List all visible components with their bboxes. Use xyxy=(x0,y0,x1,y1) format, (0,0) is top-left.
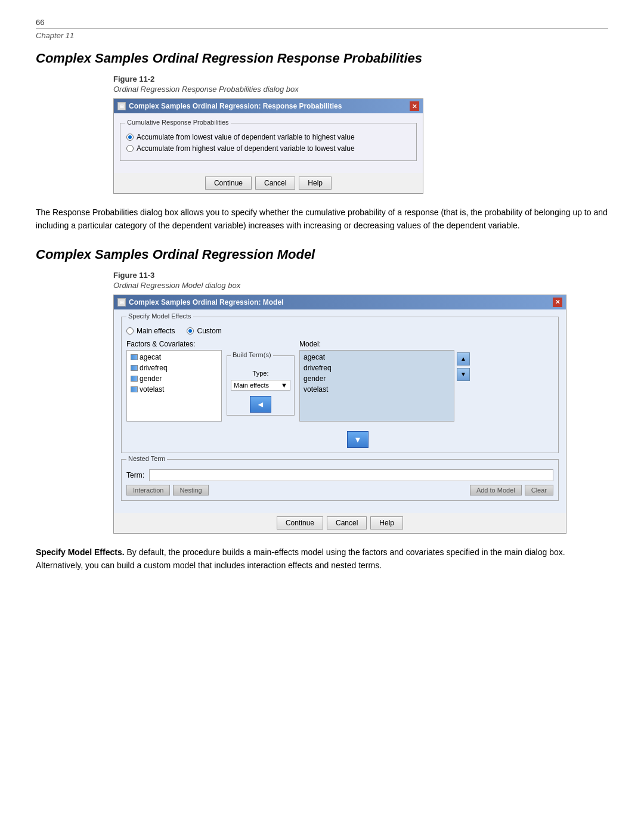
radio-main-row[interactable]: Main effects xyxy=(126,327,175,335)
dialog1-body: Cumulative Response Probabilities Accumu… xyxy=(114,113,423,173)
term-row: Term: xyxy=(126,469,553,481)
type-dropdown[interactable]: Main effects ▼ xyxy=(231,380,290,391)
nested-btns-row: Interaction Nesting Add to Model Clear xyxy=(126,485,553,496)
radio-main-btn[interactable] xyxy=(126,327,134,335)
section1-title: Complex Samples Ordinal Regression Respo… xyxy=(36,51,608,66)
list-item-gender: gender xyxy=(128,373,220,384)
factors-label: Factors & Covariates: xyxy=(126,340,222,348)
factors-move-down-btn[interactable]: ▼ xyxy=(347,431,369,448)
model-col: Model: agecat drivefreq gender xyxy=(299,340,470,422)
main-effects-row: Main effects Custom xyxy=(126,327,553,335)
dialog1-radio1-btn[interactable] xyxy=(126,134,134,141)
model-label: Model: xyxy=(299,340,470,348)
radio-custom-row[interactable]: Custom xyxy=(187,327,221,335)
list-icon-votelast xyxy=(131,386,138,392)
type-label: Type: xyxy=(253,370,269,377)
model-text-gender: gender xyxy=(304,374,326,383)
dialog2-title-icon: ⊞ xyxy=(117,298,126,306)
nested-btns-left: Interaction Nesting xyxy=(126,485,209,496)
dialog2-titlebar: ⊞ Complex Samples Ordinal Regression: Mo… xyxy=(114,295,566,309)
dialog1: ⊞ Complex Samples Ordinal Regression: Re… xyxy=(113,98,423,194)
add-to-model-btn[interactable]: Add to Model xyxy=(470,485,522,496)
model-text-votelast: votelast xyxy=(304,385,328,394)
build-terms-label: Build Term(s) xyxy=(231,351,273,358)
arrow-btns-col: ▲ ▼ xyxy=(457,352,470,381)
move-down-btn[interactable]: ▼ xyxy=(457,368,470,381)
model-item-agecat: agecat xyxy=(301,352,453,363)
list-icon-drivefreq xyxy=(131,365,138,371)
dialog2-cancel-btn[interactable]: Cancel xyxy=(327,516,367,529)
dialog2: ⊞ Complex Samples Ordinal Regression: Mo… xyxy=(113,295,566,534)
term-input[interactable] xyxy=(149,469,553,481)
columns-area: Factors & Covariates: agecat drivefreq xyxy=(126,340,553,422)
dialog1-radio1-row[interactable]: Accumulate from lowest value of dependen… xyxy=(126,133,410,141)
page-number: 66 xyxy=(36,18,608,27)
list-item-agecat: agecat xyxy=(128,352,220,363)
model-text-agecat: agecat xyxy=(304,353,325,361)
chapter-label: Chapter 11 xyxy=(36,31,608,40)
nesting-btn[interactable]: Nesting xyxy=(173,485,208,496)
nested-btns-right: Add to Model Clear xyxy=(470,485,553,496)
interaction-btn[interactable]: Interaction xyxy=(126,485,170,496)
model-text-drivefreq: drivefreq xyxy=(304,364,332,372)
figure2-caption: Ordinal Regression Model dialog box xyxy=(113,281,608,290)
radio-custom-label: Custom xyxy=(197,327,221,335)
list-item-drivefreq: drivefreq xyxy=(128,363,220,373)
move-up-btn[interactable]: ▲ xyxy=(457,352,470,366)
dialog1-help-btn[interactable]: Help xyxy=(299,176,332,190)
dialog1-title-icon: ⊞ xyxy=(117,102,126,110)
model-item-drivefreq: drivefreq xyxy=(301,363,453,373)
dialog1-radio2-label: Accumulate from highest value of depende… xyxy=(137,144,355,153)
dialog2-footer: Continue Cancel Help xyxy=(114,513,566,533)
add-arrow-btn[interactable]: ◄ xyxy=(250,396,271,413)
dialog2-title-text: Complex Samples Ordinal Regression: Mode… xyxy=(129,298,283,306)
dialog1-footer: Continue Cancel Help xyxy=(114,173,423,193)
dialog2-close-btn[interactable]: ✕ xyxy=(553,298,562,307)
factors-col: Factors & Covariates: agecat drivefreq xyxy=(126,340,222,422)
nested-term-group: Nested Term Term: Interaction Nesting Ad… xyxy=(121,459,559,501)
specify-model-group: Specify Model Effects Main effects Custo… xyxy=(121,317,559,453)
top-rule xyxy=(36,28,608,29)
dialog2-help-btn[interactable]: Help xyxy=(370,516,403,529)
figure1-caption: Ordinal Regression Response Probabilitie… xyxy=(113,85,608,94)
dialog1-group-label: Cumulative Response Probabilities xyxy=(125,119,231,126)
dialog2-body: Specify Model Effects Main effects Custo… xyxy=(114,309,566,513)
list-icon-agecat xyxy=(131,354,138,360)
radio-main-label: Main effects xyxy=(137,327,175,335)
dialog1-continue-btn[interactable]: Continue xyxy=(205,176,252,190)
dialog2-continue-btn[interactable]: Continue xyxy=(277,516,323,529)
list-text-gender: gender xyxy=(140,374,162,383)
term-label: Term: xyxy=(126,471,144,479)
list-text-drivefreq: drivefreq xyxy=(140,364,168,372)
specify-model-label: Specify Model Effects xyxy=(126,312,193,320)
list-item-votelast: votelast xyxy=(128,384,220,395)
factors-listbox[interactable]: agecat drivefreq gender xyxy=(126,350,222,422)
section2-body: Specify Model Effects. By default, the p… xyxy=(36,546,608,572)
section2-title: Complex Samples Ordinal Regression Model xyxy=(36,247,608,262)
section2-body-bold: Specify Model Effects. xyxy=(36,547,125,557)
section1-body: The Response Probabilities dialog box al… xyxy=(36,206,608,233)
dialog1-cancel-btn[interactable]: Cancel xyxy=(255,176,295,190)
type-value: Main effects xyxy=(234,382,269,389)
build-terms-box: Build Term(s) Type: Main effects ▼ ◄ xyxy=(227,355,295,416)
dropdown-arrow-icon: ▼ xyxy=(281,382,287,389)
dialog1-close-btn[interactable]: ✕ xyxy=(410,101,419,111)
dialog1-group: Cumulative Response Probabilities Accumu… xyxy=(120,123,417,161)
dialog1-radio2-btn[interactable] xyxy=(126,145,134,152)
dialog1-titlebar: ⊞ Complex Samples Ordinal Regression: Re… xyxy=(114,99,423,113)
dialog1-radio1-label: Accumulate from lowest value of dependen… xyxy=(137,133,355,141)
list-icon-gender xyxy=(131,376,138,382)
model-listbox[interactable]: agecat drivefreq gender votelast xyxy=(299,350,454,422)
build-terms-area: Build Term(s) Type: Main effects ▼ ◄ xyxy=(227,340,295,416)
clear-btn[interactable]: Clear xyxy=(525,485,553,496)
list-text-votelast: votelast xyxy=(140,385,164,394)
model-item-gender: gender xyxy=(301,373,453,384)
model-item-votelast: votelast xyxy=(301,384,453,395)
dialog1-title-text: Complex Samples Ordinal Regression: Resp… xyxy=(129,102,342,110)
nested-term-group-label: Nested Term xyxy=(126,455,167,462)
figure1-label: Figure 11-2 xyxy=(113,75,608,83)
radio-custom-btn[interactable] xyxy=(187,327,194,335)
figure2-label: Figure 11-3 xyxy=(113,271,608,280)
dialog1-radio2-row[interactable]: Accumulate from highest value of depende… xyxy=(126,144,410,153)
list-text-agecat: agecat xyxy=(140,353,161,361)
